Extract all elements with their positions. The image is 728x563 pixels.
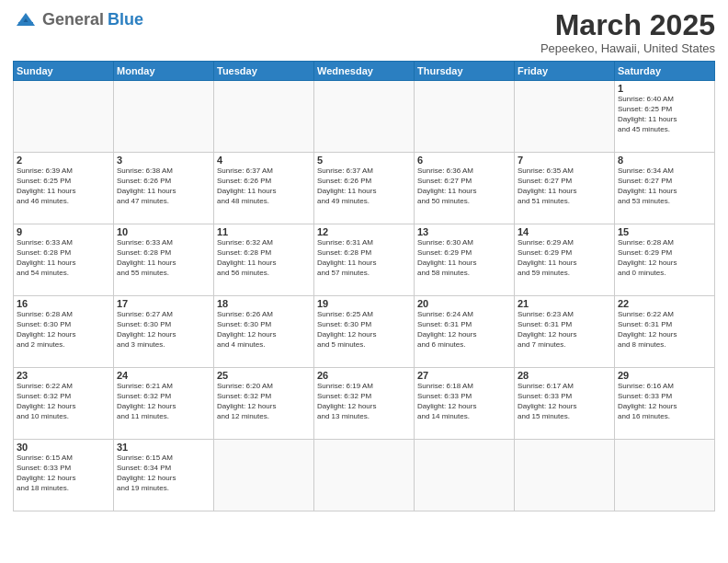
- calendar-cell: 8Sunrise: 6:34 AM Sunset: 6:27 PM Daylig…: [615, 153, 715, 224]
- cell-daylight-info: Sunrise: 6:27 AM Sunset: 6:30 PM Dayligh…: [117, 310, 210, 350]
- day-number: 31: [117, 442, 210, 453]
- cell-daylight-info: Sunrise: 6:30 AM Sunset: 6:29 PM Dayligh…: [417, 238, 511, 278]
- calendar-cell: [214, 440, 314, 511]
- calendar-cell: 24Sunrise: 6:21 AM Sunset: 6:32 PM Dayli…: [114, 368, 214, 440]
- calendar-cell: 30Sunrise: 6:15 AM Sunset: 6:33 PM Dayli…: [14, 440, 114, 511]
- calendar-cell: [314, 440, 415, 511]
- logo-blue-text: Blue: [108, 10, 143, 29]
- weekday-header-sunday: Sunday: [14, 62, 114, 81]
- calendar-cell: [314, 81, 415, 153]
- day-number: 11: [217, 226, 311, 237]
- cell-daylight-info: Sunrise: 6:33 AM Sunset: 6:28 PM Dayligh…: [117, 238, 210, 278]
- cell-daylight-info: Sunrise: 6:21 AM Sunset: 6:32 PM Dayligh…: [117, 382, 210, 421]
- week-row-2: 9Sunrise: 6:33 AM Sunset: 6:28 PM Daylig…: [14, 224, 715, 296]
- cell-daylight-info: Sunrise: 6:20 AM Sunset: 6:32 PM Dayligh…: [217, 382, 311, 421]
- weekday-header-thursday: Thursday: [415, 62, 515, 81]
- svg-rect-3: [18, 22, 33, 26]
- calendar-cell: [415, 440, 515, 511]
- day-number: 3: [117, 155, 210, 166]
- cell-daylight-info: Sunrise: 6:36 AM Sunset: 6:27 PM Dayligh…: [417, 167, 511, 206]
- week-row-4: 23Sunrise: 6:22 AM Sunset: 6:32 PM Dayli…: [14, 368, 715, 440]
- week-row-1: 2Sunrise: 6:39 AM Sunset: 6:25 PM Daylig…: [14, 153, 715, 224]
- cell-daylight-info: Sunrise: 6:40 AM Sunset: 6:25 PM Dayligh…: [618, 95, 711, 134]
- day-number: 5: [317, 155, 411, 166]
- calendar-cell: 20Sunrise: 6:24 AM Sunset: 6:31 PM Dayli…: [415, 296, 515, 368]
- calendar-cell: 26Sunrise: 6:19 AM Sunset: 6:32 PM Dayli…: [314, 368, 415, 440]
- day-number: 12: [317, 226, 411, 237]
- calendar-cell: 22Sunrise: 6:22 AM Sunset: 6:31 PM Dayli…: [615, 296, 715, 368]
- day-number: 16: [17, 298, 110, 309]
- cell-daylight-info: Sunrise: 6:35 AM Sunset: 6:27 PM Dayligh…: [518, 167, 611, 206]
- cell-daylight-info: Sunrise: 6:19 AM Sunset: 6:32 PM Dayligh…: [317, 382, 411, 421]
- cell-daylight-info: Sunrise: 6:16 AM Sunset: 6:33 PM Dayligh…: [618, 382, 711, 421]
- calendar-cell: 28Sunrise: 6:17 AM Sunset: 6:33 PM Dayli…: [515, 368, 615, 440]
- cell-daylight-info: Sunrise: 6:15 AM Sunset: 6:34 PM Dayligh…: [117, 454, 210, 493]
- calendar-cell: 12Sunrise: 6:31 AM Sunset: 6:28 PM Dayli…: [314, 224, 415, 296]
- weekday-header-friday: Friday: [515, 62, 615, 81]
- calendar-cell: 15Sunrise: 6:28 AM Sunset: 6:29 PM Dayli…: [615, 224, 715, 296]
- day-number: 21: [518, 298, 611, 309]
- generalblue-icon: [13, 9, 39, 29]
- calendar-cell: [14, 81, 114, 153]
- day-number: 13: [417, 226, 511, 237]
- cell-daylight-info: Sunrise: 6:28 AM Sunset: 6:29 PM Dayligh…: [618, 238, 711, 278]
- cell-daylight-info: Sunrise: 6:38 AM Sunset: 6:26 PM Dayligh…: [117, 167, 210, 206]
- month-title: March 2025: [540, 9, 715, 41]
- calendar-cell: 13Sunrise: 6:30 AM Sunset: 6:29 PM Dayli…: [415, 224, 515, 296]
- day-number: 27: [417, 370, 511, 381]
- day-number: 19: [317, 298, 411, 309]
- calendar-cell: 21Sunrise: 6:23 AM Sunset: 6:31 PM Dayli…: [515, 296, 615, 368]
- day-number: 29: [618, 370, 711, 381]
- calendar-cell: 2Sunrise: 6:39 AM Sunset: 6:25 PM Daylig…: [14, 153, 114, 224]
- calendar-cell: 6Sunrise: 6:36 AM Sunset: 6:27 PM Daylig…: [415, 153, 515, 224]
- day-number: 2: [17, 155, 110, 166]
- week-row-3: 16Sunrise: 6:28 AM Sunset: 6:30 PM Dayli…: [14, 296, 715, 368]
- day-number: 14: [518, 226, 611, 237]
- calendar-cell: 16Sunrise: 6:28 AM Sunset: 6:30 PM Dayli…: [14, 296, 114, 368]
- calendar-cell: [214, 81, 314, 153]
- cell-daylight-info: Sunrise: 6:23 AM Sunset: 6:31 PM Dayligh…: [518, 310, 611, 350]
- day-number: 1: [618, 83, 711, 94]
- cell-daylight-info: Sunrise: 6:17 AM Sunset: 6:33 PM Dayligh…: [518, 382, 611, 421]
- cell-daylight-info: Sunrise: 6:34 AM Sunset: 6:27 PM Dayligh…: [618, 167, 711, 206]
- calendar-cell: 7Sunrise: 6:35 AM Sunset: 6:27 PM Daylig…: [515, 153, 615, 224]
- calendar-cell: 27Sunrise: 6:18 AM Sunset: 6:33 PM Dayli…: [415, 368, 515, 440]
- cell-daylight-info: Sunrise: 6:26 AM Sunset: 6:30 PM Dayligh…: [217, 310, 311, 350]
- calendar-cell: 9Sunrise: 6:33 AM Sunset: 6:28 PM Daylig…: [14, 224, 114, 296]
- calendar-cell: [114, 81, 214, 153]
- day-number: 8: [618, 155, 711, 166]
- day-number: 22: [618, 298, 711, 309]
- page: GeneralBlue March 2025 Pepeekeo, Hawaii,…: [0, 0, 728, 563]
- calendar-cell: 10Sunrise: 6:33 AM Sunset: 6:28 PM Dayli…: [114, 224, 214, 296]
- cell-daylight-info: Sunrise: 6:25 AM Sunset: 6:30 PM Dayligh…: [317, 310, 411, 350]
- logo-general-text: General: [42, 10, 104, 29]
- day-number: 26: [317, 370, 411, 381]
- calendar-cell: 4Sunrise: 6:37 AM Sunset: 6:26 PM Daylig…: [214, 153, 314, 224]
- header: GeneralBlue March 2025 Pepeekeo, Hawaii,…: [13, 9, 715, 55]
- day-number: 17: [117, 298, 210, 309]
- calendar-cell: 19Sunrise: 6:25 AM Sunset: 6:30 PM Dayli…: [314, 296, 415, 368]
- calendar-table: SundayMondayTuesdayWednesdayThursdayFrid…: [13, 61, 715, 511]
- calendar-cell: 29Sunrise: 6:16 AM Sunset: 6:33 PM Dayli…: [615, 368, 715, 440]
- weekday-header-monday: Monday: [114, 62, 214, 81]
- cell-daylight-info: Sunrise: 6:29 AM Sunset: 6:29 PM Dayligh…: [518, 238, 611, 278]
- calendar-cell: [615, 440, 715, 511]
- cell-daylight-info: Sunrise: 6:22 AM Sunset: 6:32 PM Dayligh…: [17, 382, 110, 421]
- cell-daylight-info: Sunrise: 6:37 AM Sunset: 6:26 PM Dayligh…: [317, 167, 411, 206]
- calendar-cell: 1Sunrise: 6:40 AM Sunset: 6:25 PM Daylig…: [615, 81, 715, 153]
- day-number: 30: [17, 442, 110, 453]
- day-number: 23: [17, 370, 110, 381]
- calendar-cell: 18Sunrise: 6:26 AM Sunset: 6:30 PM Dayli…: [214, 296, 314, 368]
- calendar-cell: [415, 81, 515, 153]
- day-number: 24: [117, 370, 210, 381]
- cell-daylight-info: Sunrise: 6:37 AM Sunset: 6:26 PM Dayligh…: [217, 167, 311, 206]
- cell-daylight-info: Sunrise: 6:31 AM Sunset: 6:28 PM Dayligh…: [317, 238, 411, 278]
- weekday-header-tuesday: Tuesday: [214, 62, 314, 81]
- calendar-cell: 23Sunrise: 6:22 AM Sunset: 6:32 PM Dayli…: [14, 368, 114, 440]
- day-number: 6: [417, 155, 511, 166]
- calendar-cell: 25Sunrise: 6:20 AM Sunset: 6:32 PM Dayli…: [214, 368, 314, 440]
- cell-daylight-info: Sunrise: 6:24 AM Sunset: 6:31 PM Dayligh…: [417, 310, 511, 350]
- calendar-cell: 17Sunrise: 6:27 AM Sunset: 6:30 PM Dayli…: [114, 296, 214, 368]
- calendar-cell: 5Sunrise: 6:37 AM Sunset: 6:26 PM Daylig…: [314, 153, 415, 224]
- calendar-cell: [515, 440, 615, 511]
